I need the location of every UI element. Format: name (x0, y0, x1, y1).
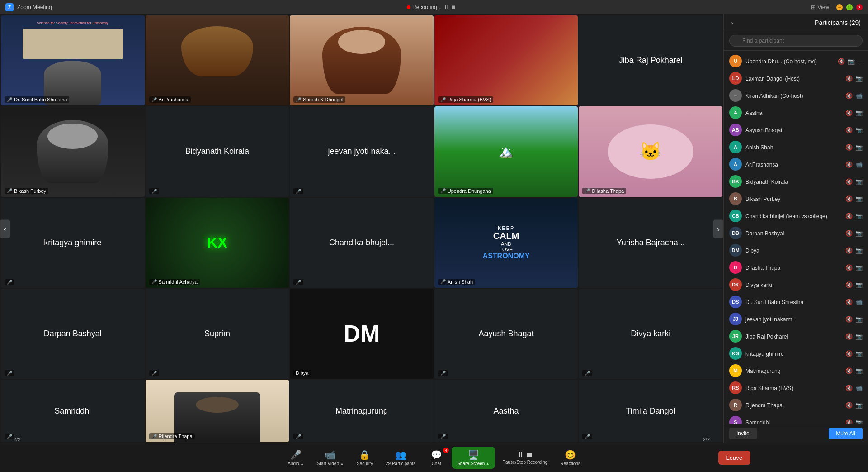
mute-icon[interactable]: 🔇 (845, 419, 853, 424)
invite-button[interactable]: Invite (729, 428, 757, 439)
video-cell-18[interactable]: DM Dibya (290, 289, 434, 379)
list-item[interactable]: RS Riga Sharma (BVS) 🔇 📹 (724, 379, 868, 396)
video-cell-13[interactable]: Chandika bhujel... 🎤 (290, 198, 434, 288)
mute-icon[interactable]: 🔇 (845, 402, 853, 409)
video-off-icon[interactable]: 📷 (855, 213, 863, 219)
mute-icon[interactable]: 🔇 (838, 58, 845, 65)
video-cell-14[interactable]: KEEP CALM AND LOVE ASTRONOMY 🎤 Anish Sha… (434, 198, 578, 288)
list-item[interactable]: ~ Kiran Adhikari (Co-host) 🔇 📹 (724, 87, 868, 104)
mute-icon[interactable]: 🔇 (845, 230, 853, 237)
mute-icon[interactable]: 🔇 (845, 195, 853, 202)
mute-icon[interactable]: 🔇 (845, 281, 853, 288)
mute-icon[interactable]: 🔇 (845, 264, 853, 271)
audio-arrow-icon[interactable]: ▲ (300, 462, 304, 466)
list-item[interactable]: DS Dr. Sunil Babu Shrestha 🔇 📹 (724, 293, 868, 310)
video-icon[interactable]: 📹 (855, 385, 863, 391)
mute-icon[interactable]: 🔇 (845, 144, 853, 151)
video-icon[interactable]: 📹 (855, 299, 863, 305)
mute-icon[interactable]: 🔇 (845, 367, 853, 374)
mute-icon[interactable]: 🔇 (845, 247, 853, 254)
video-off-icon[interactable]: 📷 (855, 127, 863, 133)
list-item[interactable]: DB Darpan Bashyal 🔇 📷 (724, 224, 868, 242)
video-off-icon[interactable]: 📷 (855, 350, 863, 357)
video-off-icon[interactable]: 📷 (848, 58, 855, 65)
video-cell-10[interactable]: 🐱 🎤 Dilasha Thapa (579, 106, 722, 196)
list-item[interactable]: S Samriddhi 🔇 📷 (724, 414, 868, 424)
video-off-icon[interactable]: 📷 (855, 178, 863, 185)
video-cell-4[interactable]: 🎤 Riga Sharma (BVS) (434, 15, 578, 105)
list-item[interactable]: CB Chandika bhujel (team vs college) 🔇 📷 (724, 207, 868, 224)
video-cell-8[interactable]: jeevan jyoti naka... 🎤 (290, 106, 434, 196)
list-item[interactable]: B Bikash Purbey 🔇 📷 (724, 190, 868, 207)
maximize-button[interactable]: □ (846, 4, 853, 10)
pause-recording-button[interactable]: ⏸ ⏹ Pause/Stop Recording (497, 448, 553, 467)
list-item[interactable]: DM Dibya 🔇 📷 (724, 242, 868, 259)
share-arrow-icon[interactable]: ▲ (486, 462, 490, 466)
mute-icon[interactable]: 🔇 (845, 385, 853, 391)
mute-icon[interactable]: 🔇 (845, 299, 853, 305)
mute-icon[interactable]: 🔇 (845, 316, 853, 323)
video-cell-16[interactable]: Darpan Bashyal 🎤 (1, 289, 145, 379)
video-off-icon[interactable]: 📷 (855, 264, 863, 271)
leave-button[interactable]: Leave (718, 451, 750, 465)
mute-icon[interactable]: 🔇 (845, 213, 853, 219)
reactions-button[interactable]: 😊 Reactions (555, 447, 585, 469)
video-off-icon[interactable]: 📷 (855, 281, 863, 288)
video-cell-19[interactable]: Aayush Bhagat 🎤 (434, 289, 578, 379)
list-item[interactable]: JR Jiba Raj Pokharel 🔇 📷 (724, 328, 868, 345)
video-off-icon[interactable]: 📷 (855, 316, 863, 323)
mute-icon[interactable]: 🔇 (845, 127, 853, 133)
video-button[interactable]: 📹 Start Video ▲ (311, 447, 349, 469)
video-cell-20[interactable]: Divya karki 🎤 (579, 289, 722, 379)
video-off-icon[interactable]: 📷 (855, 419, 863, 424)
video-cell-17[interactable]: Suprim 🎤 (146, 289, 289, 379)
video-arrow-icon[interactable]: ▲ (340, 462, 344, 466)
audio-button[interactable]: 🎤 Audio ▲ (282, 447, 310, 469)
video-icon[interactable]: 📹 (855, 92, 863, 99)
video-cell-15[interactable]: Yurisha Bajracha... (579, 198, 722, 288)
sidebar-chevron-icon[interactable]: › (731, 19, 733, 26)
video-cell-11[interactable]: kritagya ghimire 🎤 (1, 198, 145, 288)
list-item[interactable]: D Dilasha Thapa 🔇 📷 (724, 259, 868, 276)
close-button[interactable]: ✕ (856, 4, 863, 10)
list-item[interactable]: A Ar.Prashansa 🔇 📹 (724, 156, 868, 173)
prev-page-button[interactable]: ‹ (0, 219, 10, 238)
video-cell-3[interactable]: 🎤 Suresh K Dhungel (290, 15, 434, 105)
mute-icon[interactable]: 🔇 (845, 350, 853, 357)
video-cell-7[interactable]: Bidyanath Koirala 🎤 (146, 106, 289, 196)
list-item[interactable]: JJ jeevan jyoti nakarmi 🔇 📷 (724, 310, 868, 328)
list-item[interactable]: A Anish Shah 🔇 📷 (724, 138, 868, 156)
list-item[interactable]: U Upendra Dhu... (Co-host, me) 🔇 📷 ··· (724, 52, 868, 70)
video-cell-1[interactable]: Science for Society, Innovation for Pros… (1, 15, 145, 105)
mute-icon[interactable]: 🔇 (845, 92, 853, 99)
video-off-icon[interactable]: 📷 (855, 402, 863, 409)
list-item[interactable]: BK Bidyanath Koirala 🔇 📷 (724, 173, 868, 190)
mute-icon[interactable]: 🔇 (845, 110, 853, 116)
video-off-icon[interactable]: 📷 (855, 144, 863, 151)
video-off-icon[interactable]: 📷 (855, 195, 863, 202)
list-item[interactable]: R Rijendra Thapa 🔇 📷 (724, 396, 868, 414)
list-item[interactable]: LD Laxman Dangol (Host) 🔇 📷 (724, 70, 868, 87)
video-cell-22[interactable]: 🎤 Rijendra Thapa (146, 380, 289, 442)
list-item[interactable]: A Aastha 🔇 📷 (724, 104, 868, 121)
share-screen-button[interactable]: 🖥️ Share Screen ▲ (452, 447, 495, 469)
video-icon[interactable]: 📹 (855, 161, 863, 168)
video-off-icon[interactable]: 📷 (855, 75, 863, 82)
video-cell-12[interactable]: KX 🎤 Samridhi Acharya (146, 198, 289, 288)
video-cell-2[interactable]: 🎤 Ar.Prashansa (146, 15, 289, 105)
video-cell-9[interactable]: 🏔️ 🎤 Upendra Dhungana (434, 106, 578, 196)
participants-button[interactable]: 👥 29 Participants (380, 447, 421, 469)
mute-icon[interactable]: 🔇 (845, 161, 853, 168)
mute-icon[interactable]: 🔇 (845, 75, 853, 82)
video-off-icon[interactable]: 📷 (855, 230, 863, 237)
video-cell-25[interactable]: Timila Dangol 🎤 (579, 380, 722, 442)
next-page-button[interactable]: › (713, 219, 723, 238)
video-off-icon[interactable]: 📷 (855, 333, 863, 340)
video-cell-5[interactable]: Jiba Raj Pokharel (579, 15, 722, 105)
mute-icon[interactable]: 🔇 (845, 178, 853, 185)
mute-icon[interactable]: 🔇 (845, 333, 853, 340)
video-off-icon[interactable]: 📷 (855, 367, 863, 374)
video-cell-21[interactable]: Samriddhi 🎤 (1, 380, 145, 442)
more-icon[interactable]: ··· (858, 58, 863, 65)
minimize-button[interactable]: ─ (836, 4, 843, 10)
